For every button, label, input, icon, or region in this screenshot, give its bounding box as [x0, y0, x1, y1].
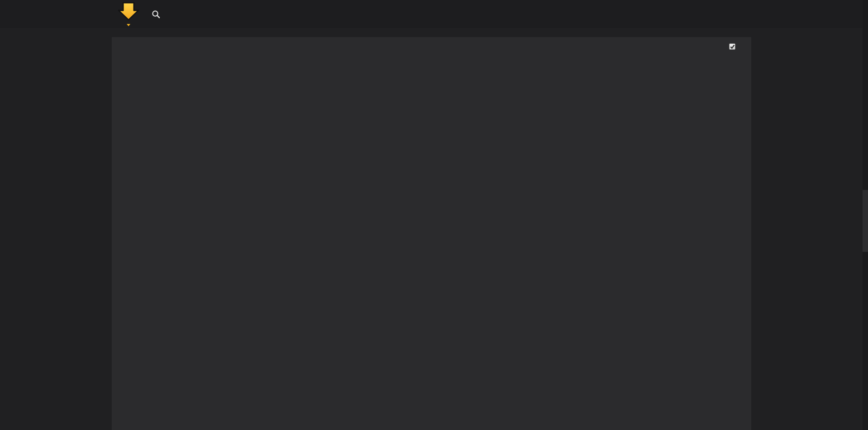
sab-arrow-icon: [115, 2, 142, 26]
top-navbar: [0, 0, 868, 28]
config-panel: [112, 37, 751, 430]
default-base-folder: [272, 72, 274, 80]
section-folders-form: [272, 37, 733, 417]
search-icon: [152, 10, 160, 19]
scrollbar-track[interactable]: [863, 0, 868, 430]
scrollbar-thumb[interactable]: [863, 190, 868, 252]
search-button[interactable]: [143, 0, 169, 28]
sabnzbd-logo[interactable]: [114, 0, 143, 28]
